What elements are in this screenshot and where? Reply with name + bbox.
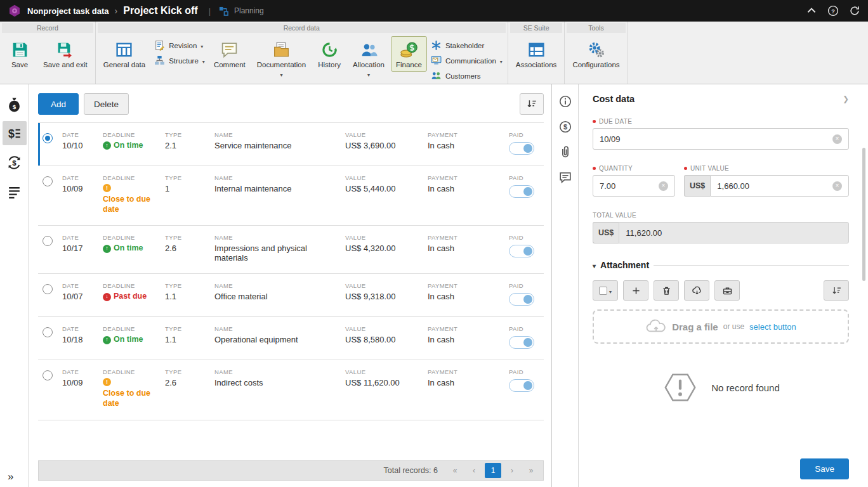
add-attachment-button[interactable] bbox=[623, 280, 648, 301]
breadcrumb-root[interactable]: Nonproject task data bbox=[27, 6, 109, 16]
paid-toggle[interactable] bbox=[509, 185, 534, 198]
collapse-header-icon[interactable] bbox=[806, 5, 817, 16]
save-and-exit-button[interactable]: Save and exit bbox=[38, 36, 93, 72]
structure-button[interactable]: Structure bbox=[154, 55, 205, 66]
attachment-section-title: Attachment bbox=[600, 260, 649, 270]
quantity-label: QUANTITY bbox=[599, 165, 633, 172]
panel-title: Cost data bbox=[593, 94, 635, 104]
date-cell: DATE 10/10 bbox=[62, 131, 103, 155]
panel-save-button[interactable]: Save bbox=[800, 458, 849, 479]
checkbox[interactable] bbox=[599, 287, 607, 295]
name-value: Office material bbox=[214, 292, 340, 301]
panel-tab-attachments[interactable] bbox=[558, 145, 572, 159]
name-value: Internal maintenance bbox=[214, 184, 340, 193]
type-cell: TYPE 1.1 bbox=[165, 325, 214, 349]
panel-scrollbar[interactable] bbox=[862, 148, 865, 281]
customers-button[interactable]: Customers bbox=[431, 70, 503, 81]
row-radio[interactable] bbox=[43, 133, 53, 143]
panel-tab-cost[interactable]: $ bbox=[558, 120, 572, 134]
panel-tab-info[interactable] bbox=[558, 94, 572, 108]
payment-cell: PAYMENT In cash bbox=[428, 174, 509, 214]
history-button[interactable]: History bbox=[312, 36, 346, 72]
delete-attachment-button[interactable] bbox=[654, 280, 679, 301]
payment-value: In cash bbox=[428, 244, 504, 253]
row-radio[interactable] bbox=[43, 284, 53, 294]
sort-attachments-button[interactable] bbox=[824, 280, 849, 301]
prev-page-button[interactable]: ‹ bbox=[466, 463, 482, 478]
paid-toggle[interactable] bbox=[509, 336, 534, 349]
archive-attachment-button[interactable] bbox=[714, 280, 740, 301]
panel-tab-comments[interactable] bbox=[558, 171, 572, 185]
associations-button[interactable]: Associations bbox=[511, 36, 562, 72]
row-radio[interactable] bbox=[43, 327, 53, 337]
select-file-link[interactable]: select button bbox=[749, 322, 796, 332]
allocation-button[interactable]: Allocation bbox=[348, 36, 390, 81]
comment-button[interactable]: Comment bbox=[209, 36, 251, 72]
table-row[interactable]: DATE 10/09 DEADLINE ! Close to due date … bbox=[38, 166, 544, 226]
date-cell: DATE 10/18 bbox=[62, 325, 103, 349]
revision-button[interactable]: Revision bbox=[154, 40, 205, 51]
clear-unit-value-icon[interactable] bbox=[832, 181, 842, 191]
main-area: $ $ $ Add Delete bbox=[0, 84, 868, 487]
finance-button[interactable]: Finance bbox=[391, 36, 427, 72]
sort-records-button[interactable] bbox=[520, 93, 544, 115]
ribbon-group-se-suite: SE Suite Associations bbox=[508, 22, 565, 84]
communication-button[interactable]: Communication bbox=[431, 55, 503, 66]
row-radio[interactable] bbox=[43, 236, 53, 246]
attachment-section-header[interactable]: Attachment bbox=[593, 260, 849, 270]
table-row[interactable]: DATE 10/09 DEADLINE ! Close to due date … bbox=[38, 360, 544, 420]
value-cell: VALUE US$ 9,318.00 bbox=[345, 282, 428, 306]
row-radio[interactable] bbox=[43, 370, 53, 380]
save-button[interactable]: Save bbox=[3, 36, 37, 72]
ribbon-group-record: Record Save Save and exit bbox=[0, 22, 96, 84]
unit-value-field[interactable]: 1,660.00 bbox=[710, 175, 849, 197]
clear-due-date-icon[interactable] bbox=[832, 134, 842, 144]
paid-toggle[interactable] bbox=[509, 293, 534, 306]
help-icon[interactable]: ? bbox=[827, 5, 839, 16]
table-row[interactable]: DATE 10/07 DEADLINE ↓ Past due TYPE 1.1 … bbox=[38, 274, 544, 317]
next-page-button[interactable]: › bbox=[504, 463, 520, 478]
required-dot bbox=[684, 167, 687, 170]
table-row[interactable]: DATE 10/18 DEADLINE ↑ On time TYPE 1.1 N… bbox=[38, 317, 544, 360]
first-page-button[interactable]: « bbox=[447, 463, 463, 478]
table-row[interactable]: DATE 10/17 DEADLINE ↑ On time TYPE 2.6 N… bbox=[38, 226, 544, 274]
revision-label: Revision bbox=[169, 42, 197, 49]
select-all-dropdown[interactable] bbox=[593, 280, 618, 301]
empty-state-text: No record found bbox=[711, 382, 780, 393]
stakeholder-button[interactable]: Stakeholder bbox=[431, 40, 503, 51]
collapse-section-icon bbox=[593, 260, 596, 270]
download-attachment-button[interactable] bbox=[684, 280, 709, 301]
refresh-icon[interactable] bbox=[849, 5, 860, 16]
sidebar-item-financial-transfer[interactable]: $ bbox=[3, 150, 27, 174]
type-value: 1.1 bbox=[165, 335, 209, 344]
paid-toggle[interactable] bbox=[509, 379, 534, 392]
sidebar-item-cost-entries[interactable]: $ bbox=[3, 121, 27, 145]
configurations-button[interactable]: Configurations bbox=[567, 36, 624, 72]
sidebar-item-budget[interactable]: $ bbox=[3, 92, 27, 116]
quantity-field[interactable]: 7.00 bbox=[593, 175, 675, 197]
sidebar-item-summary[interactable] bbox=[3, 179, 27, 204]
general-data-button[interactable]: General data bbox=[98, 36, 151, 72]
add-button[interactable]: Add bbox=[38, 93, 79, 115]
clear-quantity-icon[interactable] bbox=[659, 181, 668, 191]
dropzone-subtext: or use bbox=[723, 322, 744, 331]
name-value: Indirect costs bbox=[214, 378, 340, 387]
deadline-status: ↑ On time bbox=[103, 141, 160, 151]
page-number-button[interactable]: 1 bbox=[485, 463, 501, 478]
row-radio[interactable] bbox=[43, 176, 53, 186]
documentation-button[interactable]: Documentation bbox=[252, 36, 311, 81]
collapse-panel-icon[interactable]: ❯ bbox=[843, 94, 849, 103]
chevron-down-icon bbox=[500, 57, 503, 65]
payment-column-label: PAYMENT bbox=[428, 325, 504, 332]
delete-button[interactable]: Delete bbox=[84, 93, 129, 115]
expand-sidebar-icon[interactable] bbox=[0, 471, 29, 483]
paid-toggle[interactable] bbox=[509, 142, 534, 155]
paid-toggle[interactable] bbox=[509, 245, 534, 257]
chevron-down-icon bbox=[609, 285, 612, 296]
file-dropzone[interactable]: Drag a file or use select button bbox=[593, 309, 849, 344]
name-value: Service maintenance bbox=[214, 141, 340, 150]
due-date-field[interactable]: 10/09 bbox=[593, 128, 849, 150]
table-row[interactable]: DATE 10/10 DEADLINE ↑ On time TYPE 2.1 N… bbox=[38, 123, 544, 166]
deadline-cell: DEADLINE ! Close to due date bbox=[103, 368, 165, 408]
last-page-button[interactable]: » bbox=[523, 463, 539, 478]
